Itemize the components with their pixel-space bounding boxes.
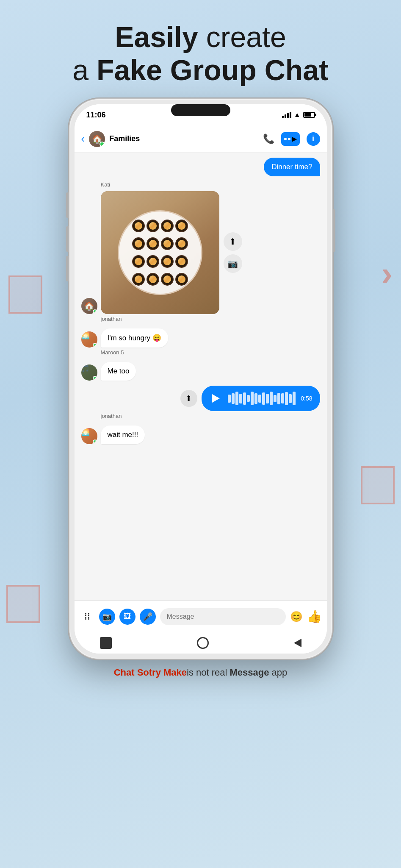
back-button[interactable]: ‹ <box>81 132 85 145</box>
notch <box>171 104 230 116</box>
image-bubble <box>101 191 219 314</box>
image-message-row: 🏠 <box>81 191 320 314</box>
group-avatar: 🏠 <box>89 131 105 147</box>
wifi-icon: ▲ <box>294 111 301 119</box>
header-bold-2: Fake Group Chat <box>97 54 329 86</box>
online-dot <box>93 440 97 444</box>
outgoing-message-1: Dinner time? <box>264 158 320 176</box>
phone-screen: 11:06 ▲ ‹ <box>75 104 327 654</box>
chat-header: ‹ 🏠 Families 📞 ▶ i <box>75 125 327 153</box>
jonathan-avatar-2: 🌅 <box>81 428 97 444</box>
battery-icon <box>303 112 315 118</box>
message-bubble-jonathan-2: wait me!!! <box>101 426 145 444</box>
kati-avatar: 🏠 <box>81 298 97 314</box>
footer-end: app <box>269 667 288 678</box>
emoji-button[interactable]: 😊 <box>290 611 303 623</box>
sender-name-maroon: Maroon 5 <box>101 349 320 356</box>
status-time: 11:06 <box>86 111 106 120</box>
sushi-plate <box>118 210 202 295</box>
voice-message-bubble[interactable]: 0:58 <box>202 386 320 411</box>
image-action-buttons: ⬆ 📷 <box>224 232 242 273</box>
video-call-button[interactable]: ▶ <box>281 132 300 146</box>
arrow-decoration: › <box>381 254 393 293</box>
gallery-button[interactable]: 🖼 <box>119 609 136 625</box>
signal-icon <box>282 112 291 118</box>
rect-decoration-right-mid <box>361 466 395 504</box>
input-bar: ⁞⁞ 📷 🖼 🎤 😊 👍 <box>75 600 327 632</box>
phone-device: 11:06 ▲ ‹ <box>69 99 332 659</box>
sender-name-jonathan-1: jonathan <box>101 316 320 322</box>
footer-rest: is not real <box>187 667 230 678</box>
status-bar: 11:06 ▲ <box>75 104 327 125</box>
sender-name-jonathan-2: jonathan <box>101 413 320 419</box>
info-button[interactable]: i <box>307 132 320 146</box>
camera-image-button[interactable]: 📷 <box>224 254 242 273</box>
online-dot <box>93 376 97 380</box>
chat-area: Dinner time? Kati 🏠 <box>75 153 327 600</box>
voice-duration: 0:58 <box>301 395 312 402</box>
message-bubble-maroon: Me too <box>101 362 136 381</box>
incoming-message-jonathan-2: 🌅 wait me!!! <box>81 426 320 444</box>
sender-name-kati: Kati <box>101 181 320 188</box>
microphone-button[interactable]: 🎤 <box>140 609 156 625</box>
header-prefix-2: a <box>72 54 97 86</box>
message-input[interactable] <box>160 608 286 625</box>
phone-wrapper: 11:06 ▲ ‹ <box>69 99 332 659</box>
incoming-message-jonathan-1: 🌅 I'm so hungry 😝 <box>81 328 320 348</box>
message-bubble-jonathan-1: I'm so hungry 😝 <box>101 328 168 348</box>
phone-call-button[interactable]: 📞 <box>263 134 274 145</box>
jonathan-avatar: 🌅 <box>81 331 97 348</box>
back-nav-button[interactable] <box>294 639 301 647</box>
waveform <box>228 392 296 405</box>
group-name: Families <box>109 134 258 143</box>
page-header: Easily create a Fake Group Chat <box>72 20 329 86</box>
online-dot <box>93 343 97 347</box>
voice-share-button[interactable]: ⬆ <box>180 390 197 407</box>
online-indicator <box>100 142 105 147</box>
grid-menu-button[interactable]: ⁞⁞ <box>80 609 95 624</box>
rect-decoration-left <box>8 275 42 314</box>
sushi-image <box>101 191 219 314</box>
status-icons: ▲ <box>282 111 315 119</box>
like-button[interactable]: 👍 <box>307 609 322 623</box>
navigation-bar <box>75 632 327 654</box>
online-dot <box>93 309 97 314</box>
header-bold-1: Easily <box>115 21 198 53</box>
footer-disclaimer: Chat Sotry Makeis not real Message app <box>114 667 288 678</box>
camera-button[interactable]: 📷 <box>99 609 115 625</box>
play-button[interactable] <box>209 392 223 405</box>
footer-brand: Chat Sotry Make <box>114 667 187 678</box>
incoming-message-maroon: 🎵 Me too <box>81 362 320 381</box>
share-image-button[interactable]: ⬆ <box>224 232 242 251</box>
incoming-image-message: Kati 🏠 <box>81 181 320 314</box>
rect-decoration-left-bottom <box>6 585 40 623</box>
header-actions: 📞 ▶ i <box>263 132 320 146</box>
stop-button[interactable] <box>100 637 112 649</box>
voice-message-row: ⬆ <box>81 386 320 411</box>
home-button[interactable] <box>197 637 209 649</box>
maroon-avatar: 🎵 <box>81 364 97 381</box>
footer-highlight: Message <box>230 667 269 678</box>
message-bubble: Dinner time? <box>264 158 320 176</box>
image-bubble-wrap: ⬆ 📷 <box>101 191 242 314</box>
header-regular-1: create <box>198 21 286 53</box>
